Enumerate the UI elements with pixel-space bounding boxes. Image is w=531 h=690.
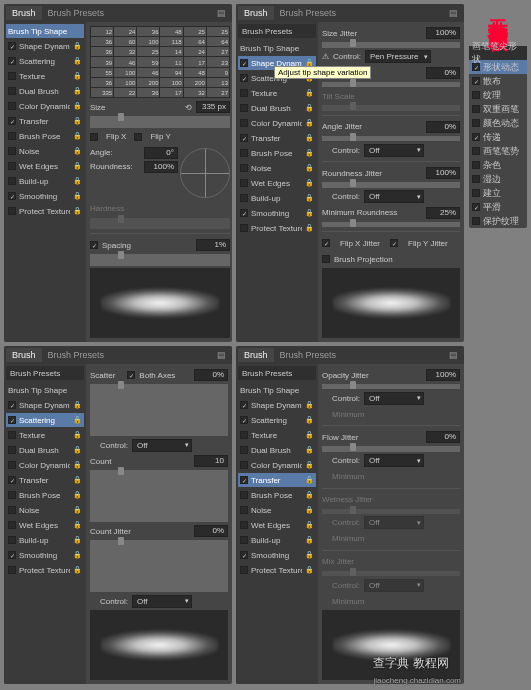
tab-brush[interactable]: Brush [238,6,274,20]
sidebar-item-brush-pose[interactable]: Brush Pose🔒 [238,488,316,502]
brush-thumb[interactable]: 11 [160,57,182,66]
count-jitter-value[interactable]: 0% [194,525,228,537]
brush-thumb[interactable]: 100 [160,78,182,87]
brush-thumb[interactable]: 335 [91,88,113,97]
sidebar-item-noise[interactable]: Noise🔒 [6,503,84,517]
control-select[interactable]: Pen Pressure [365,50,431,63]
sidebar-item-wet-edges[interactable]: Wet Edges🔒 [238,176,316,190]
count-value[interactable]: 10 [194,455,228,467]
brush-thumb[interactable]: 200 [184,78,206,87]
sidebar-item-color-dynamics[interactable]: Color Dynamics🔒 [238,458,316,472]
flip-y-checkbox[interactable] [134,133,142,141]
sidebar-item-scattering[interactable]: ✓Scattering🔒 [6,54,84,68]
zh-item[interactable]: 纹理 [469,88,527,102]
brush-thumb[interactable]: 32 [184,88,206,97]
control-select[interactable]: Off [364,190,424,203]
scatter-value[interactable]: 0% [194,369,228,381]
sidebar-item-smoothing[interactable]: ✓Smoothing🔒 [6,548,84,562]
control-select[interactable]: Off [364,144,424,157]
panel-menu-icon[interactable]: ▤ [213,350,230,360]
angle-jitter-slider[interactable] [322,136,460,142]
brush-thumb[interactable]: 100 [114,68,136,77]
brush-thumb[interactable]: 23 [207,57,229,66]
sidebar-item-smoothing[interactable]: ✓Smoothing🔒 [6,189,84,203]
flip-x-checkbox[interactable] [90,133,98,141]
brush-thumb[interactable]: 17 [160,88,182,97]
sidebar-item-noise[interactable]: Noise🔒 [6,144,84,158]
brush-presets-header[interactable]: Brush Presets [238,366,316,380]
size-jitter-value[interactable]: 100% [426,27,460,39]
brush-thumb[interactable]: 36 [91,78,113,87]
tab-brush-presets[interactable]: Brush Presets [42,6,111,20]
brush-thumb[interactable]: 100 [137,37,159,46]
sidebar-item-wet-edges[interactable]: Wet Edges🔒 [6,518,84,532]
panel-menu-icon[interactable]: ▤ [445,8,462,18]
brush-thumb[interactable]: 39 [91,57,113,66]
brush-thumb[interactable]: 48 [160,27,182,36]
count-slider[interactable] [90,470,228,522]
brush-thumb[interactable]: 59 [137,57,159,66]
sidebar-item-brush-tip-shape[interactable]: Brush Tip Shape [238,41,316,55]
brush-thumb[interactable]: 25 [207,27,229,36]
sidebar-item-build-up[interactable]: Build-up🔒 [6,533,84,547]
min-roundness-slider[interactable] [322,222,460,228]
control-select[interactable]: Off [132,595,192,608]
sidebar-item-dual-brush[interactable]: Dual Brush🔒 [6,84,84,98]
brush-thumb[interactable]: 32 [114,47,136,56]
sidebar-item-transfer[interactable]: ✓Transfer🔒 [238,131,316,145]
sidebar-item-shape-dynamics[interactable]: ✓Shape Dynamics🔒 [6,39,84,53]
sidebar-item-brush-tip-shape[interactable]: Brush Tip Shape [6,383,84,397]
control-select[interactable]: Off [364,454,424,467]
brush-thumb[interactable]: 27 [207,88,229,97]
brush-thumb[interactable]: 17 [184,57,206,66]
flip-x-jitter-checkbox[interactable]: ✓ [322,239,330,247]
brush-thumb[interactable]: 100 [114,78,136,87]
brush-thumb[interactable]: 36 [91,47,113,56]
brush-thumb[interactable]: 24 [114,27,136,36]
brush-thumb[interactable]: 12 [91,27,113,36]
brush-thumb[interactable]: 36 [91,37,113,46]
brush-thumb[interactable]: 14 [160,47,182,56]
sidebar-item-protect-texture[interactable]: Protect Texture🔒 [238,221,316,235]
sidebar-item-brush-tip-shape[interactable]: Brush Tip Shape [6,24,84,38]
sidebar-item-smoothing[interactable]: ✓Smoothing🔒 [238,206,316,220]
sidebar-item-brush-pose[interactable]: Brush Pose🔒 [6,129,84,143]
sidebar-item-noise[interactable]: Noise🔒 [238,503,316,517]
flow-jitter-slider[interactable] [322,446,460,451]
sidebar-item-texture[interactable]: Texture🔒 [238,428,316,442]
angle-dial[interactable] [180,148,230,198]
brush-thumb[interactable]: 64 [184,37,206,46]
brush-thumb[interactable]: 25 [184,27,206,36]
zh-item[interactable]: 画笔笔势 [469,144,527,158]
zh-item[interactable]: ✓平滑 [469,200,527,214]
size-jitter-slider[interactable] [322,42,460,48]
brush-thumb[interactable]: 13 [207,78,229,87]
sidebar-item-brush-pose[interactable]: Brush Pose🔒 [6,488,84,502]
brush-thumb[interactable]: 9 [207,68,229,77]
sidebar-item-shape-dynamics[interactable]: ✓Shape Dynamics🔒 [238,398,316,412]
brush-thumb[interactable]: 22 [114,88,136,97]
zh-item[interactable]: 杂色 [469,158,527,172]
brush-thumb[interactable]: 60 [114,37,136,46]
sidebar-item-texture[interactable]: Texture🔒 [6,428,84,442]
size-value[interactable]: 335 px [196,101,230,113]
panel-menu-icon[interactable]: ▤ [213,8,230,18]
sidebar-item-color-dynamics[interactable]: Color Dynamics🔒 [238,116,316,130]
tab-brush-presets[interactable]: Brush Presets [274,6,343,20]
scatter-slider[interactable] [90,384,228,436]
zh-item[interactable]: 建立 [469,186,527,200]
tab-brush[interactable]: Brush [6,348,42,362]
zh-item[interactable]: 湿边 [469,172,527,186]
brush-thumb[interactable]: 25 [137,47,159,56]
brush-thumb[interactable]: 64 [207,37,229,46]
spacing-slider[interactable] [90,254,230,266]
angle-value[interactable]: 0° [144,147,178,159]
spacing-value[interactable]: 1% [196,239,230,251]
brush-thumbnails[interactable]: 1224364825253660100118646436322514242739… [90,26,230,98]
opacity-jitter-value[interactable]: 100% [426,369,460,381]
brush-thumb[interactable]: 94 [160,68,182,77]
control-select[interactable]: Off [364,392,424,405]
size-slider[interactable] [90,116,230,128]
brush-thumb[interactable]: 46 [137,68,159,77]
sidebar-item-wet-edges[interactable]: Wet Edges🔒 [238,518,316,532]
